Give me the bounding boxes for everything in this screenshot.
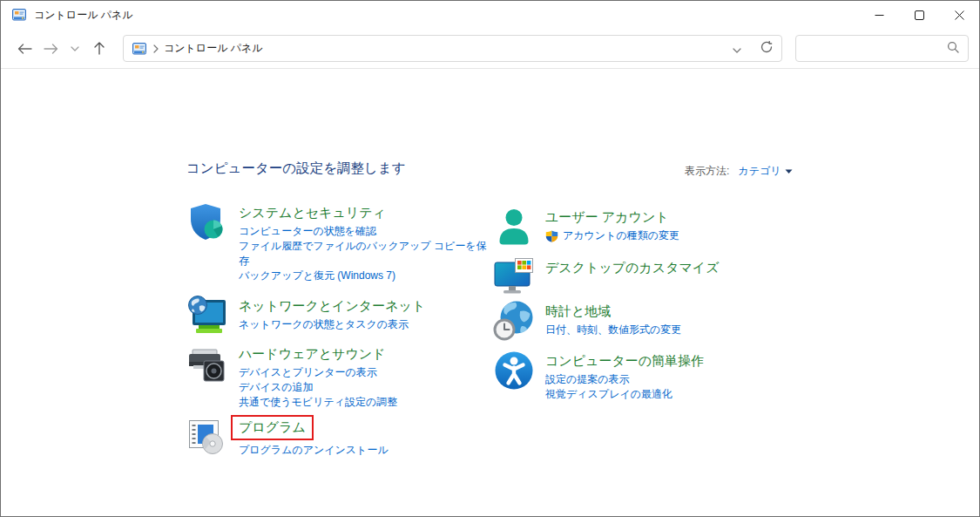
search-icon[interactable] xyxy=(947,41,959,57)
category-links: プログラムのアンインストール xyxy=(239,443,389,458)
task-link-label: 設定の提案の表示 xyxy=(545,372,630,387)
task-link-label: デバイスとプリンターの表示 xyxy=(239,365,377,380)
task-link-label: 視覚ディスプレイの最適化 xyxy=(545,387,672,402)
category-title-clock-region[interactable]: 時計と地域 xyxy=(545,302,611,320)
task-link[interactable]: 視覚ディスプレイの最適化 xyxy=(545,387,704,402)
recent-locations-chevron-icon[interactable] xyxy=(64,36,86,62)
hardware-printer-icon[interactable] xyxy=(186,343,228,384)
content-area: コンピューターの設定を調整します 表示方法: カテゴリ システムとセキュリティコ… xyxy=(1,69,979,516)
category-body: 時計と地域日付、時刻、数値形式の変更 xyxy=(545,300,681,342)
navigation-buttons xyxy=(1,36,123,62)
task-link[interactable]: 設定の提案の表示 xyxy=(545,372,704,387)
minimize-button[interactable] xyxy=(859,1,899,29)
task-link[interactable]: プログラムのアンインストール xyxy=(239,443,389,458)
category-links: 設定の提案の表示視覚ディスプレイの最適化 xyxy=(545,372,704,402)
category-personalization: デスクトップのカスタマイズ xyxy=(493,256,841,298)
task-link[interactable]: バックアップと復元 (Windows 7) xyxy=(239,269,493,283)
window-title: コントロール パネル xyxy=(34,8,133,23)
search-box[interactable] xyxy=(795,35,969,62)
task-link[interactable]: コンピューターの状態を確認 xyxy=(239,224,493,239)
breadcrumb[interactable]: コントロール パネル xyxy=(164,41,263,56)
task-link-label: コンピューターの状態を確認 xyxy=(239,224,376,239)
security-shield-icon[interactable] xyxy=(186,201,228,243)
category-network-internet: ネットワークとインターネットネットワークの状態とタスクの表示 xyxy=(186,295,493,337)
chevron-down-icon xyxy=(785,169,793,174)
address-dropdown-chevron-icon[interactable] xyxy=(733,41,741,57)
category-title-programs[interactable]: プログラム xyxy=(239,418,306,436)
control-panel-icon xyxy=(132,42,146,56)
ease-of-access-icon[interactable] xyxy=(493,350,535,391)
task-link-label: 日付、時刻、数値形式の変更 xyxy=(545,323,681,337)
category-title-system-security[interactable]: システムとセキュリティ xyxy=(239,203,386,221)
right-column: ユーザー アカウント アカウントの種類の変更 デスクトップのカスタマイズ 時計と… xyxy=(493,201,841,469)
view-by-control: 表示方法: カテゴリ xyxy=(685,164,793,179)
user-accounts-icon[interactable] xyxy=(493,206,535,248)
highlight-box: プログラム xyxy=(231,415,314,440)
task-link[interactable]: デバイスとプリンターの表示 xyxy=(239,365,397,380)
page-title: コンピューターの設定を調整します xyxy=(186,160,406,178)
close-button[interactable] xyxy=(939,1,979,29)
task-link[interactable]: 共通で使うモビリティ設定の調整 xyxy=(239,395,397,410)
personalization-icon[interactable] xyxy=(493,256,535,298)
task-link-label: プログラムのアンインストール xyxy=(239,443,389,458)
category-ease-of-access: コンピューターの簡単操作設定の提案の表示視覚ディスプレイの最適化 xyxy=(493,350,841,402)
task-link-label: バックアップと復元 (Windows 7) xyxy=(239,269,395,283)
programs-icon[interactable] xyxy=(186,416,228,458)
breadcrumb-chevron-icon[interactable] xyxy=(153,44,159,53)
task-link[interactable]: アカウントの種類の変更 xyxy=(545,228,679,243)
category-body: システムとセキュリティコンピューターの状態を確認ファイル履歴でファイルのバックア… xyxy=(239,201,493,283)
titlebar: コントロール パネル xyxy=(1,1,979,29)
back-button[interactable] xyxy=(11,36,37,62)
left-column: システムとセキュリティコンピューターの状態を確認ファイル履歴でファイルのバックア… xyxy=(186,201,493,469)
task-link[interactable]: 日付、時刻、数値形式の変更 xyxy=(545,323,681,337)
control-panel-window: コントロール パネル xyxy=(0,0,980,517)
forward-button[interactable] xyxy=(37,36,64,62)
category-links: アカウントの種類の変更 xyxy=(545,228,679,243)
category-body: ネットワークとインターネットネットワークの状態とタスクの表示 xyxy=(239,295,425,337)
category-title-ease-of-access[interactable]: コンピューターの簡単操作 xyxy=(545,351,704,370)
category-body: デスクトップのカスタマイズ xyxy=(545,256,720,298)
category-body: プログラムプログラムのアンインストール xyxy=(239,416,389,458)
task-link[interactable]: ネットワークの状態とタスクの表示 xyxy=(239,317,425,332)
clock-region-icon[interactable] xyxy=(493,300,535,342)
task-link-label: 共通で使うモビリティ設定の調整 xyxy=(239,395,397,410)
category-links: 日付、時刻、数値形式の変更 xyxy=(545,323,681,337)
network-icon[interactable] xyxy=(186,295,228,337)
toolbar: コントロール パネル xyxy=(1,29,979,69)
category-title-hardware-sound[interactable]: ハードウェアとサウンド xyxy=(239,344,386,363)
refresh-icon[interactable] xyxy=(760,41,773,57)
category-body: コンピューターの簡単操作設定の提案の表示視覚ディスプレイの最適化 xyxy=(545,350,704,402)
task-link-label: ネットワークの状態とタスクの表示 xyxy=(239,317,409,332)
search-input[interactable] xyxy=(805,42,947,56)
task-link[interactable]: デバイスの追加 xyxy=(239,380,397,395)
address-bar[interactable]: コントロール パネル xyxy=(123,35,782,62)
maximize-button[interactable] xyxy=(899,1,939,29)
category-links: コンピューターの状態を確認ファイル履歴でファイルのバックアップ コピーを保存バッ… xyxy=(239,224,493,283)
task-link-label: アカウントの種類の変更 xyxy=(563,228,679,243)
category-body: ユーザー アカウント アカウントの種類の変更 xyxy=(545,206,679,248)
task-link[interactable]: ファイル履歴でファイルのバックアップ コピーを保存 xyxy=(239,239,493,269)
category-title-user-accounts[interactable]: ユーザー アカウント xyxy=(545,207,669,226)
category-links: ネットワークの状態とタスクの表示 xyxy=(239,317,425,332)
category-title-personalization[interactable]: デスクトップのカスタマイズ xyxy=(545,258,720,276)
view-by-dropdown[interactable]: カテゴリ xyxy=(738,164,793,179)
view-by-label: 表示方法: xyxy=(685,164,729,179)
uac-shield-icon xyxy=(545,230,558,242)
window-controls xyxy=(859,1,979,29)
category-user-accounts: ユーザー アカウント アカウントの種類の変更 xyxy=(493,206,841,248)
task-link-label: デバイスの追加 xyxy=(239,380,313,395)
category-system-security: システムとセキュリティコンピューターの状態を確認ファイル履歴でファイルのバックア… xyxy=(186,201,493,283)
category-links: デバイスとプリンターの表示デバイスの追加共通で使うモビリティ設定の調整 xyxy=(239,365,397,410)
category-body: ハードウェアとサウンドデバイスとプリンターの表示デバイスの追加共通で使うモビリテ… xyxy=(239,343,397,410)
control-panel-icon xyxy=(12,8,26,22)
category-title-network-internet[interactable]: ネットワークとインターネット xyxy=(239,296,425,315)
task-link-label: ファイル履歴でファイルのバックアップ コピーを保存 xyxy=(239,239,493,269)
category-programs: プログラムプログラムのアンインストール xyxy=(186,416,493,458)
category-columns: システムとセキュリティコンピューターの状態を確認ファイル履歴でファイルのバックア… xyxy=(186,201,841,469)
category-clock-region: 時計と地域日付、時刻、数値形式の変更 xyxy=(493,300,841,342)
up-button[interactable] xyxy=(86,36,112,62)
category-hardware-sound: ハードウェアとサウンドデバイスとプリンターの表示デバイスの追加共通で使うモビリテ… xyxy=(186,343,493,410)
